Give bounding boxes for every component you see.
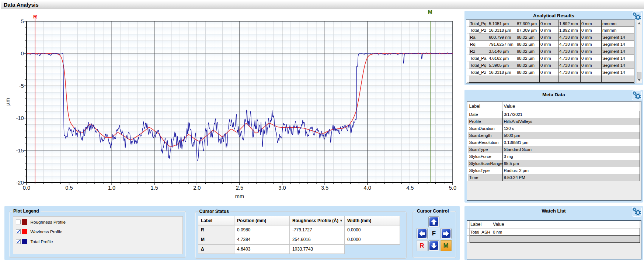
svg-text:M: M bbox=[428, 9, 432, 15]
svg-text:1.0: 1.0 bbox=[108, 185, 115, 191]
svg-text:1.5: 1.5 bbox=[151, 185, 158, 191]
svg-text:3.0: 3.0 bbox=[278, 185, 286, 191]
svg-text:mm: mm bbox=[235, 193, 244, 199]
svg-text:0.0: 0.0 bbox=[23, 185, 30, 191]
svg-text:4.0: 4.0 bbox=[364, 185, 371, 191]
svg-text:5.0: 5.0 bbox=[449, 185, 456, 191]
svg-text:R: R bbox=[33, 14, 37, 20]
svg-text:5: 5 bbox=[21, 18, 24, 24]
svg-text:0.5: 0.5 bbox=[65, 185, 73, 191]
svg-text:2.5: 2.5 bbox=[236, 185, 243, 191]
svg-text:0: 0 bbox=[21, 51, 24, 56]
svg-text:-5: -5 bbox=[19, 83, 24, 89]
svg-text:3.5: 3.5 bbox=[321, 185, 328, 191]
svg-text:µm: µm bbox=[5, 98, 11, 106]
svg-text:2.0: 2.0 bbox=[193, 185, 201, 191]
svg-text:-10: -10 bbox=[16, 115, 24, 121]
svg-text:4.5: 4.5 bbox=[406, 185, 414, 191]
svg-text:-15: -15 bbox=[16, 148, 24, 154]
svg-text:-20: -20 bbox=[16, 180, 24, 186]
